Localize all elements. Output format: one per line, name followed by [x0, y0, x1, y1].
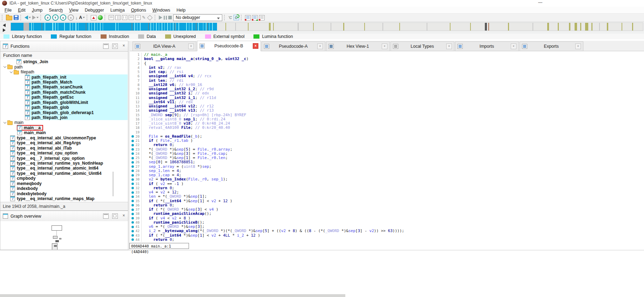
menu-view[interactable]: View	[66, 7, 82, 13]
refresh-pseudocode-button[interactable]: C	[233, 14, 239, 21]
folder-item[interactable]: filepath	[0, 70, 128, 74]
quick-pseudocode-button[interactable]: 'C	[228, 14, 232, 21]
nav-scroll-right-button[interactable]	[3, 28, 6, 32]
breakpoint-dot[interactable]	[131, 183, 134, 185]
minimize-button[interactable]: —	[536, 0, 545, 6]
breakpoint-dot[interactable]	[131, 187, 134, 189]
function-item[interactable]: fmemeqbody	[0, 181, 128, 186]
breakpoint-dot[interactable]	[131, 213, 134, 215]
text-options-button[interactable]: A	[79, 14, 85, 21]
breakpoint-dot[interactable]	[131, 221, 134, 224]
function-name-column-header[interactable]: Function name	[0, 52, 128, 60]
code-line[interactable]: 18 retval_4A0100 File; // 0:kr20_40.40	[130, 126, 644, 130]
function-item[interactable]: ftype__eq_internal_runtime_maps_Map	[0, 196, 128, 201]
jump-disabled-button[interactable]: a	[68, 14, 74, 21]
code-line[interactable]: 31 if ( v2 == -1 )	[130, 182, 644, 186]
tab-close-icon[interactable]: ×	[253, 43, 258, 49]
code-line[interactable]: 44 return 0;	[130, 238, 644, 242]
breakpoint-dot[interactable]	[131, 135, 134, 138]
jump-to-function-button[interactable]: #	[45, 14, 51, 21]
function-item[interactable]: findexbytebody	[0, 191, 128, 196]
code-line[interactable]: 19	[130, 130, 644, 134]
function-item[interactable]: ftype__eq_internal_abi_UncommonType	[0, 136, 128, 140]
code-line[interactable]: 3{	[130, 61, 644, 66]
breakpoint-dot[interactable]	[131, 157, 134, 159]
code-line[interactable]: 32 return 0;	[130, 186, 644, 190]
jump-to-name-button[interactable]: T	[52, 14, 59, 21]
function-item[interactable]: fpath_filepath_getEsc	[0, 95, 128, 100]
edit-button[interactable]: ✎	[142, 14, 145, 21]
debugger-stop-button[interactable]	[168, 14, 172, 21]
function-item[interactable]: ftype__eq_internal_runtime_atomic_Uint64	[0, 171, 128, 176]
code-line[interactable]: 43 if ( *(__int64 *)&sep[1] < v2 + 4LL *…	[130, 233, 644, 238]
chevron-down-icon[interactable]	[4, 121, 6, 124]
function-item[interactable]: fpath_filepath_init	[0, 74, 128, 79]
breakpoint-dot[interactable]	[131, 234, 134, 237]
tab-ida-view-a[interactable]: IDA View-A×	[133, 41, 196, 51]
function-item[interactable]: fpath_filepath_glob_deferwrap1	[0, 110, 128, 115]
breakpoint-dot[interactable]	[131, 152, 134, 155]
jump-to-address-button[interactable]: ↓	[75, 14, 78, 21]
function-item[interactable]: findexbody	[0, 186, 128, 191]
code-line[interactable]: 42 i_2 = _byteswap_ulong(*(_DWORD *)(*(_…	[130, 229, 644, 233]
navigate-forward-button[interactable]	[32, 14, 39, 21]
menu-windows[interactable]: Windows	[149, 7, 174, 13]
code-line[interactable]: 30 v2 = bytes_Index(File._r0, sep_1);	[130, 177, 644, 182]
tab-close-icon[interactable]: ×	[317, 44, 323, 49]
code-line[interactable]: 21 if ( File._r1.tab )	[130, 139, 644, 143]
code-line[interactable]: 38 runtime_panicSliceAcap();	[130, 212, 644, 216]
function-item[interactable]: ftype__eq_internal_abi_RegArgs	[0, 140, 128, 145]
debugger-pause-button[interactable]	[164, 14, 167, 21]
chevron-down-icon[interactable]	[4, 65, 6, 68]
function-item[interactable]: fpath_filepath_scanChunk	[0, 85, 128, 90]
code-line[interactable]: 40 runtime_panicSliceB();	[130, 220, 644, 225]
breakpoint-dot[interactable]	[131, 178, 134, 181]
debugger-select[interactable]: No debugger	[173, 14, 222, 21]
panel-float-icon[interactable]	[112, 44, 118, 49]
function-item[interactable]: fpath_filepath_matchChunk	[0, 90, 128, 95]
code-line[interactable]: 7 int len; // rdi	[130, 79, 644, 83]
graph-overview-canvas[interactable]	[0, 221, 128, 250]
lumina-button[interactable]	[98, 14, 103, 21]
breakpoint-dot[interactable]	[131, 170, 134, 172]
panel-minimize-icon[interactable]	[103, 213, 109, 219]
code-line[interactable]: 23 *(_QWORD *)&sep[5] = File._r0.array;	[130, 147, 644, 152]
tab-close-icon[interactable]: ×	[446, 44, 452, 49]
breakpoint-dot[interactable]	[131, 226, 134, 228]
code-line[interactable]: 20 File = os_ReadFile(_b);	[130, 134, 644, 139]
jump-to-segment-button[interactable]: s	[60, 14, 66, 21]
function-item[interactable]: fpath_filepath_join	[0, 115, 128, 120]
menu-options[interactable]: Options	[128, 7, 149, 13]
nav-scroll-left-button[interactable]	[3, 24, 6, 27]
code-line[interactable]: 28 sep_1.len = 4;	[130, 169, 644, 173]
breakpoint-dot[interactable]	[131, 209, 134, 211]
menu-help[interactable]: Help	[174, 7, 189, 13]
breakpoint-dot[interactable]	[131, 161, 134, 164]
chevron-down-icon[interactable]	[10, 70, 13, 73]
menu-search[interactable]: Search	[46, 7, 66, 13]
breakpoint-dot[interactable]	[131, 165, 134, 168]
function-item[interactable]: fmain_main	[0, 130, 128, 135]
code-line[interactable]: 25 *(_QWORD *)&sep[1] = File._r0.len;	[130, 156, 644, 160]
code-line[interactable]: 22 return 0;	[130, 143, 644, 147]
navigate-back-button[interactable]	[25, 14, 31, 21]
folder-item[interactable]: main	[0, 120, 128, 125]
debugger-select[interactable]: No debugger	[173, 14, 222, 21]
code-line[interactable]: 27 sep_1.array = (uint8 *)sep;	[130, 165, 644, 169]
navigation-band[interactable]	[11, 22, 643, 31]
function-item[interactable]: fstrings_Join	[0, 59, 128, 64]
panel-close-icon[interactable]: ×	[121, 213, 126, 218]
breakpoint-dot[interactable]	[131, 144, 134, 146]
watch-list-button[interactable]	[252, 14, 258, 21]
tab-close-icon[interactable]: ×	[382, 44, 387, 49]
breakpoint-dot[interactable]	[131, 200, 134, 202]
braces-view-button[interactable]	[122, 14, 127, 21]
breakpoint-dot[interactable]	[131, 204, 134, 206]
diamond-button[interactable]	[147, 14, 153, 21]
tree-scrollbar-thumb[interactable]	[113, 172, 114, 196]
breakpoint-dot[interactable]	[131, 217, 134, 219]
open-file-button[interactable]	[6, 14, 12, 21]
breakpoint-dot[interactable]	[131, 174, 134, 177]
columns-view-button[interactable]	[115, 14, 121, 21]
breakpoint-dot[interactable]	[131, 140, 134, 142]
